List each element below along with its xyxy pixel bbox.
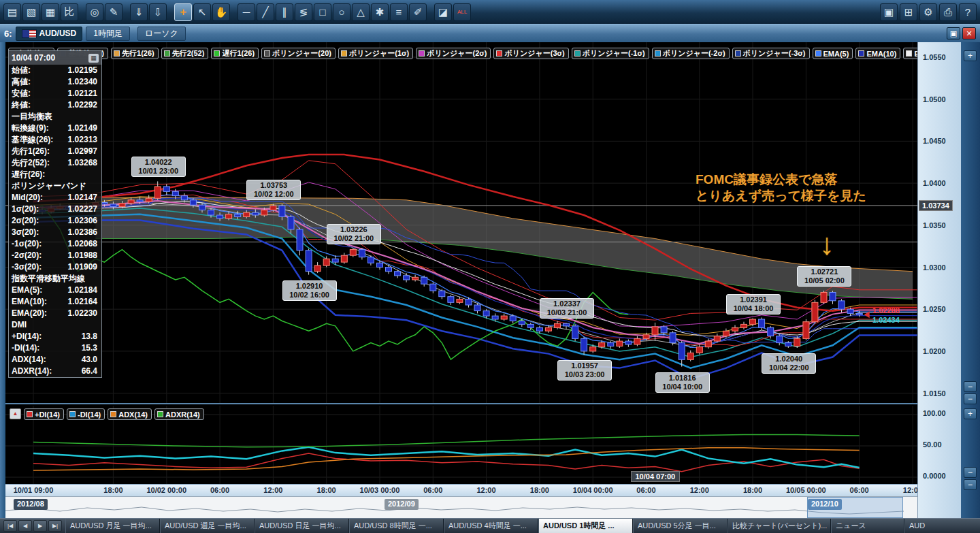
main-zoom-out-2-button[interactable]: − [964,393,977,404]
callout-price-label: 1.01816 [656,374,709,383]
time-axis[interactable]: 10/01 09:0018:0010/02 00:0006:0012:0018:… [5,484,917,496]
crosshair-icon[interactable]: ＋ [174,3,192,21]
time-tick-label: 12:00 [463,486,510,494]
legend-boll-m1[interactable]: ボリンジャー(-1σ) [572,48,649,59]
data-table-icon[interactable]: ▦ [42,3,59,21]
tab-5min[interactable]: AUD/USD 5分足 一目... [633,519,728,533]
legend-ema20[interactable]: EMA(20) [903,48,917,59]
dmi-zoom-in-button[interactable]: + [964,408,977,419]
main-chart-canvas[interactable] [5,42,917,403]
legend-boll-m1-label: ボリンジャー(-1σ) [583,48,645,59]
legend-ema10[interactable]: EMA(10) [855,48,900,59]
parallel-lines-icon[interactable]: ∥ [276,3,293,21]
tab-nav-first-button[interactable]: |◀ [3,520,17,532]
legend-boll-m3[interactable]: ボリンジャー(-3σ) [732,48,810,59]
dmi-collapse-button[interactable]: ▲ [10,408,21,419]
cursor-icon[interactable]: ↖ [193,3,211,21]
expand-icon[interactable]: ⊞ [900,3,917,21]
dmi-zoom-out-button[interactable]: − [964,467,977,478]
callout-time-label: 10/04 22:00 [762,364,815,372]
info-row-value: 43.0 [82,354,97,366]
eraser-all-icon[interactable]: ALL [453,3,471,21]
tab-nav-prev-button[interactable]: ◀ [18,520,32,532]
info-row-value: 1.02313 [68,134,97,146]
legend-ema5[interactable]: EMA(5) [813,48,853,59]
new-chart-icon[interactable]: ▧ [22,3,40,21]
price-tick-label: 1.0250 [923,305,946,313]
tab-daily[interactable]: AUD/USD 日足 一目均... [255,519,349,533]
time-tick-label: 12:00 [676,486,723,494]
rectangle-icon[interactable]: □ [314,3,331,21]
gann-icon[interactable]: ✱ [371,3,389,21]
levels-icon[interactable]: ≡ [390,3,408,21]
history-navigator[interactable]: 2012/082012/092012/10 [5,496,917,518]
legend-boll-p2[interactable]: ボリンジャー(2σ) [416,48,491,59]
chart-body: 転換線(9)基準線(26)先行1(26)先行2(52)遅行1(26)ボリンジャー… [5,42,917,518]
legend-senkou2[interactable]: 先行2(52) [161,48,209,59]
info-row: 転換線(9):1.02149 [9,123,101,134]
settings-gear-icon[interactable]: ⚙ [919,3,937,21]
edit-pencil-icon[interactable]: ✎ [105,3,122,21]
dmi-legend-adxr[interactable]: ADXR(14) [154,408,204,420]
annotation-line-1: FOMC議事録公表で急落 [696,172,866,188]
info-row: EMA(20):1.02230 [9,308,101,319]
boll-m1-swatch-icon [574,50,581,56]
legend-boll-p3[interactable]: ボリンジャー(3σ) [493,48,568,59]
tab-news[interactable]: ニュース [831,519,904,533]
hand-icon[interactable]: ✋ [212,3,230,21]
indicator-info-panel[interactable]: 10/04 07:00 ▦ 始値:1.02195高値:1.02340安値:1.0… [8,50,102,378]
pair-button[interactable]: AUD/USD [16,27,83,41]
horizontal-line-icon[interactable]: ─ [238,3,255,21]
callout-time-label: 10/04 18:00 [727,304,780,313]
save-chart-icon[interactable]: ⇓ [130,3,148,21]
info-row-label: -3σ(20): [12,261,42,273]
triangle-icon[interactable]: △ [352,3,370,21]
freehand-icon[interactable]: ✐ [409,3,427,21]
tab-1hour[interactable]: AUD/USD 1時間足 ... [538,519,633,533]
dmi-legend-minus-di[interactable]: -DI(14) [67,408,105,420]
info-row-label: -2σ(20): [12,250,42,261]
eraser-icon[interactable]: ◪ [434,3,452,21]
legend-boll-mid[interactable]: ボリンジャー(20) [261,48,336,59]
tab-weekly[interactable]: AUD/USD 週足 一目均... [160,519,255,533]
fibonacci-icon[interactable]: ≶ [295,3,312,21]
info-panel-options-icon[interactable]: ▦ [88,54,99,63]
callout-price-label: 1.04022 [132,158,185,167]
legend-boll-m2[interactable]: ボリンジャー(-2σ) [652,48,730,59]
dmi-subchart-panel[interactable]: ▲+DI(14)-DI(14)ADX(14)ADXR(14) 10/04 07:… [5,403,917,484]
swing-callout: 1.0239110/04 18:00 [726,294,781,314]
legend-boll-p1[interactable]: ボリンジャー(1σ) [338,48,413,59]
chart-titlebar[interactable]: 6: AUD/USD 1時間足 ローソク ▣ ✕ [0,24,980,42]
dmi-legend-adx[interactable]: ADX(14) [108,408,152,420]
printer-icon[interactable]: ⎙ [939,3,957,21]
main-price-chart[interactable]: 転換線(9)基準線(26)先行1(26)先行2(52)遅行1(26)ボリンジャー… [5,42,917,403]
tab-nav-last-button[interactable]: ▶| [48,520,62,532]
main-zoom-out-button[interactable]: − [964,381,977,392]
close-window-button[interactable]: ✕ [962,27,976,39]
window-layout-icon[interactable]: ▣ [880,3,898,21]
info-row: -1σ(20):1.02068 [9,238,101,250]
tab-8hour[interactable]: AUD/USD 8時間足 一... [349,519,444,533]
legend-chikou[interactable]: 遅行1(26) [211,48,259,59]
tab-monthly[interactable]: AUD/USD 月足 一目均... [65,519,160,533]
main-zoom-in-button[interactable]: + [964,50,977,61]
compare-icon[interactable]: 比 [61,3,78,21]
restore-window-button[interactable]: ▣ [947,27,960,39]
dmi-legend-plus-di[interactable]: +DI(14) [24,408,64,420]
price-axis[interactable]: 1.03734 1.05501.05001.04501.04001.03501.… [917,42,961,518]
legend-senkou1[interactable]: 先行1(26) [111,48,159,59]
timeframe-button[interactable]: 1時間足 [86,27,130,41]
dmi-zoom-out-2-button[interactable]: − [964,479,977,490]
chart-type-button[interactable]: ローソク [137,27,186,41]
tab-nav-next-button[interactable]: ▶ [33,520,47,532]
ellipse-icon[interactable]: ○ [333,3,350,21]
help-icon[interactable]: ? [959,3,977,21]
tab-compare[interactable]: 比較チャート(パーセント)... [728,519,831,533]
tab-partial[interactable]: AUD [904,519,980,533]
time-tick-label: 10/04 00:00 [569,486,617,494]
tab-4hour[interactable]: AUD/USD 4時間足 一... [444,519,538,533]
save-image-icon[interactable]: ⇩ [149,3,167,21]
zoom-icon[interactable]: ◎ [86,3,103,21]
trend-line-icon[interactable]: ╱ [257,3,274,21]
report-icon[interactable]: ▤ [3,3,21,21]
